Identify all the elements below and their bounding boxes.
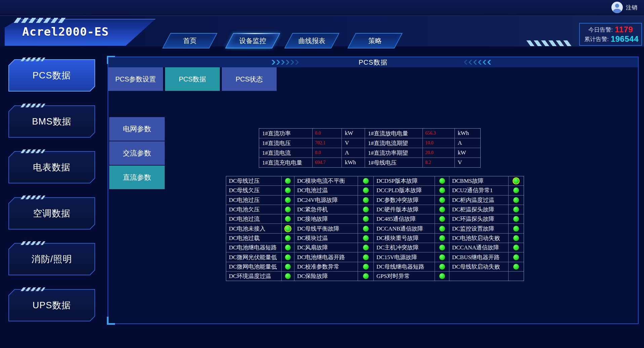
nav-tab-device-monitor[interactable]: 设备监控 (225, 33, 280, 48)
status-label: DC模块重号故障 (374, 234, 435, 243)
dc-param-unit: kWh (342, 158, 365, 167)
tab-pcs-data[interactable]: PCS数据 (165, 67, 220, 91)
status-light-cell (282, 186, 294, 195)
status-label: DCCANA通信故障 (449, 243, 508, 252)
sidebar-button-meter-data[interactable]: 电表数据 (8, 151, 95, 183)
topbar: 注销 (0, 0, 644, 15)
green-light-icon (363, 235, 369, 241)
status-label: DC柜内温度过温 (449, 196, 508, 205)
status-label: DC主机冲突故障 (374, 243, 435, 252)
alarm-total-row: 累计告警: 196544 (582, 34, 639, 44)
sidebar-button-pcs-data[interactable]: PCS数据 (8, 59, 95, 92)
dc-param-unit: V (342, 138, 365, 148)
dc-data-table: 1#直流功率0.0kW1#直流放电电量656.3kWh1#直流电压702.1V1… (259, 128, 481, 168)
status-light-cell (509, 234, 524, 243)
status-label: DC接地故障 (294, 214, 358, 223)
sidebar-button-fire-lighting[interactable]: 消防/照明 (8, 243, 95, 275)
green-light-icon (513, 264, 519, 270)
status-light-cell (358, 243, 373, 252)
green-light-icon (513, 178, 519, 184)
status-light-cell (358, 214, 373, 223)
status-light-cell (358, 205, 373, 214)
green-light-icon (439, 216, 445, 222)
status-label: DC24V电源故障 (294, 196, 358, 205)
dc-param-unit: A (342, 148, 365, 158)
status-light-cell (282, 234, 294, 243)
status-light-cell (282, 243, 294, 252)
param-button-grid-params[interactable]: 电网参数 (109, 117, 165, 141)
sidebar-button-ups-data[interactable]: UPS数据 (8, 289, 95, 321)
panel-title-bar: PCS数据 (108, 57, 638, 67)
param-button-dc-params[interactable]: 直流参数 (109, 166, 165, 189)
status-light-cell (435, 252, 449, 262)
green-light-icon (363, 178, 369, 184)
status-light-cell (509, 186, 524, 195)
green-light-icon (285, 254, 291, 260)
dc-param-label: 1#直流放电电量 (365, 129, 422, 138)
dc-param-label: 1#直流功率期望 (365, 148, 422, 158)
dc-param-value: 656.3 (423, 129, 454, 138)
green-light-icon (285, 264, 291, 270)
alarm-summary: 今日告警: 1179 累计告警: 196544 (579, 23, 642, 46)
status-light-cell (358, 252, 373, 262)
status-light-cell (509, 176, 524, 185)
alarm-today-row: 今日告警: 1179 (582, 25, 639, 34)
logout-label: 注销 (626, 4, 637, 11)
status-label: DCCANB通信故障 (374, 224, 435, 233)
status-label: DC电池过载 (226, 234, 281, 243)
tab-pcs-status[interactable]: PCS状态 (222, 67, 277, 91)
green-light-icon (513, 197, 519, 203)
status-label: DC电池欠压 (226, 205, 281, 214)
status-label: DC485通信故障 (374, 214, 435, 223)
sidebar-item-pcs-data: PCS数据 (8, 59, 95, 92)
status-light-cell (282, 224, 294, 233)
nav-tab-label: 策略 (352, 34, 398, 48)
status-label: DC柜温探头故障 (449, 205, 508, 214)
nav-tab-label: 首页 (167, 34, 213, 48)
green-light-icon (439, 254, 445, 260)
status-label: DCBMS故障 (449, 176, 508, 185)
tab-pcs-param-settings[interactable]: PCS参数设置 (108, 67, 163, 91)
sidebar-item-label: 空调数据 (9, 198, 94, 229)
status-light-cell (358, 272, 373, 281)
corner-bracket-icon (107, 317, 115, 325)
nav-tab-home[interactable]: 首页 (162, 33, 217, 48)
status-light-cell (509, 252, 524, 262)
status-label: DC紧急停机 (294, 205, 358, 214)
status-label: DC电池过流 (226, 214, 281, 223)
green-light-icon (285, 216, 291, 222)
status-light-cell (358, 234, 373, 243)
status-label: DC环温探头故障 (449, 214, 508, 223)
status-light-cell (282, 205, 294, 214)
header-band: Acrel2000-ES 首页设备监控曲线报表策略 今日告警: 1179 累计告… (0, 15, 644, 46)
sidebar-button-aircon-data[interactable]: 空调数据 (8, 197, 95, 230)
logout-button[interactable]: 注销 (611, 2, 637, 13)
green-light-icon (513, 187, 519, 193)
chevrons-right-icon (272, 60, 299, 65)
sidebar-item-meter-data: 电表数据 (8, 151, 95, 183)
green-light-icon (439, 226, 445, 232)
dc-param-value: 20.0 (423, 148, 454, 158)
nav-tab-strategy[interactable]: 策略 (348, 33, 403, 48)
status-label: DC保险故障 (294, 272, 358, 281)
green-light-icon (363, 273, 369, 279)
dc-param-label: 1#直流功率 (259, 129, 312, 138)
dc-param-value: 0.0 (313, 129, 341, 138)
status-light-cell (435, 176, 449, 185)
status-light-cell (509, 224, 524, 233)
status-light-cell (282, 262, 294, 271)
green-light-icon (513, 235, 519, 241)
nav-tab-curve-report[interactable]: 曲线报表 (284, 33, 339, 48)
status-label: DC模块电流不平衡 (294, 176, 358, 185)
content-panel: PCS数据 PCS参数设置PCS数据PCS状态 电网参数交流参数直流参数 1#直… (108, 57, 639, 324)
sidebar-button-bms-data[interactable]: BMS数据 (8, 105, 95, 138)
app-logo: Acrel2000-ES (5, 19, 160, 46)
status-label: DC母线过压 (226, 176, 281, 185)
status-light-cell (435, 196, 449, 205)
alarm-total-value: 196544 (611, 34, 639, 44)
param-button-ac-params[interactable]: 交流参数 (109, 141, 165, 165)
dc-param-value: 694.7 (313, 158, 341, 167)
app-root: 注销 Acrel2000-ES 首页设备监控曲线报表策略 今日告警: 1179 … (0, 0, 644, 348)
param-button-group: 电网参数交流参数直流参数 (109, 117, 165, 189)
dc-param-label: 1#直流电流期望 (365, 138, 422, 148)
